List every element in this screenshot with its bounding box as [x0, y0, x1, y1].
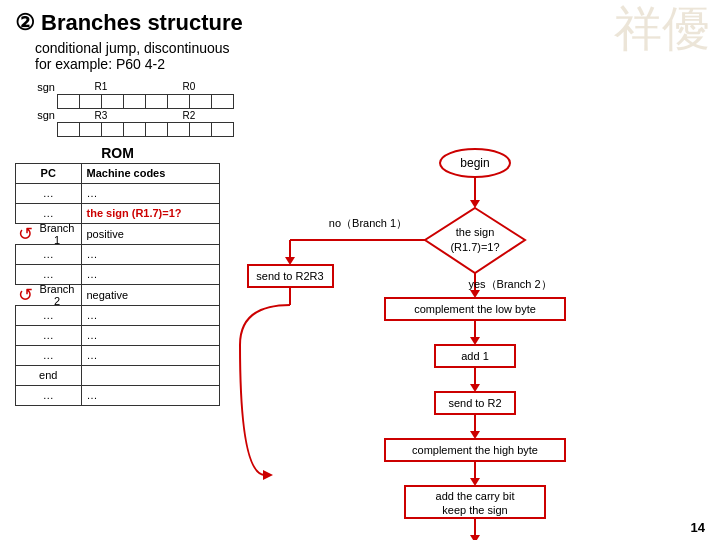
comp-low-byte-text: complement the low byte	[414, 303, 536, 315]
send-r2-text: send to R2	[448, 397, 501, 409]
begin-text: begin	[460, 156, 489, 170]
rom-row-end: end	[16, 365, 220, 385]
register-table: sgn R1 R0 sgn R3 R2	[35, 80, 234, 137]
page: 祥優 ② Branches structure conditional jump…	[0, 0, 720, 540]
rom-row-dots4: … …	[16, 305, 220, 325]
rom-row-dots6: … …	[16, 345, 220, 365]
subtitle-line1: conditional jump, discontinuous	[35, 40, 230, 56]
diamond-text1: the sign	[456, 226, 495, 238]
pc-branch1: ↺ Branch 1	[16, 224, 81, 244]
circle-number: ②	[15, 10, 35, 36]
main-content: ROM PC Machine codes … … … the sign (R1.…	[15, 145, 705, 541]
rom-row-dots2: … …	[16, 244, 220, 264]
rom-title: ROM	[15, 145, 220, 161]
svg-marker-14	[470, 337, 480, 345]
rom-table: PC Machine codes … … … the sign (R1.7)=1…	[15, 163, 220, 406]
carry-text2: keep the sign	[442, 504, 507, 516]
mc-branch1: positive	[81, 223, 220, 244]
page-number: 14	[691, 520, 705, 535]
mc-dots: …	[81, 183, 220, 203]
branch1-arrow-icon: ↺	[18, 223, 33, 245]
pc-branch2: ↺ Branch 2	[16, 285, 81, 305]
rom-row-dots1: … …	[16, 183, 220, 203]
mc-header: Machine codes	[81, 163, 220, 183]
rom-row-branch1: ↺ Branch 1 positive	[16, 223, 220, 244]
rom-row-dots7: … …	[16, 385, 220, 405]
diamond-text2: (R1.7)=1?	[450, 241, 499, 253]
svg-marker-20	[470, 431, 480, 439]
svg-marker-23	[470, 478, 480, 486]
subtitle: conditional jump, discontinuous for exam…	[35, 40, 705, 72]
yes-branch-label: yes（Branch 2）	[468, 278, 551, 290]
main-title: Branches structure	[41, 10, 243, 36]
comp-high-byte-text: complement the high byte	[412, 444, 538, 456]
pc-header: PC	[16, 163, 82, 183]
carry-text1: add the carry bit	[436, 490, 515, 502]
branch2-arrow-icon: ↺	[18, 284, 33, 306]
svg-marker-9	[263, 470, 273, 480]
svg-marker-26	[470, 535, 480, 541]
rom-row-sign: … the sign (R1.7)=1?	[16, 203, 220, 223]
send-r2r3-text: send to R2R3	[256, 270, 323, 282]
branch1-label: Branch 1	[36, 222, 79, 246]
watermark: 祥優	[614, 5, 710, 53]
title-area: ② Branches structure	[15, 10, 705, 36]
pc-sign: …	[16, 203, 82, 223]
add1-text: add 1	[461, 350, 489, 362]
svg-marker-11	[470, 290, 480, 298]
register-table-area: sgn R1 R0 sgn R3 R2	[35, 80, 705, 137]
mc-branch2: negative	[81, 284, 220, 305]
branch2-label: Branch 2	[36, 283, 79, 307]
flowchart-svg: begin the sign (R1.7)=1? no（Branch 1）	[230, 145, 710, 541]
pc-dots: …	[16, 183, 82, 203]
no-branch-label: no（Branch 1）	[329, 217, 407, 229]
svg-marker-17	[470, 384, 480, 392]
mc-sign: the sign (R1.7)=1?	[81, 203, 220, 223]
left-panel: ROM PC Machine codes … … … the sign (R1.…	[15, 145, 220, 541]
right-panel: begin the sign (R1.7)=1? no（Branch 1）	[230, 145, 710, 541]
subtitle-line2: for example: P60 4-2	[35, 56, 165, 72]
svg-marker-6	[285, 257, 295, 265]
svg-marker-2	[470, 200, 480, 208]
rom-row-branch2: ↺ Branch 2 negative	[16, 284, 220, 305]
rom-row-dots5: … …	[16, 325, 220, 345]
rom-row-dots3: … …	[16, 264, 220, 284]
